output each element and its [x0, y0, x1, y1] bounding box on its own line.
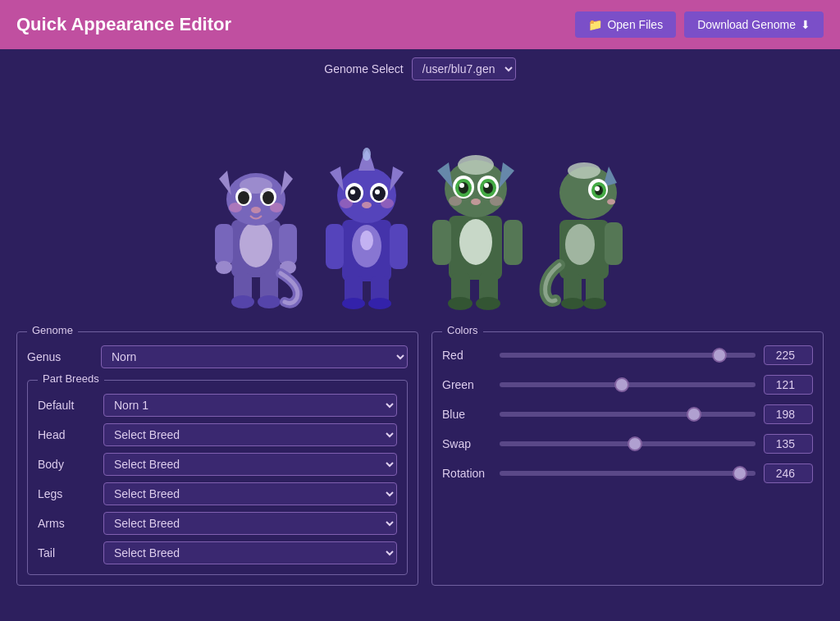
svg-point-16 [231, 295, 254, 308]
breed-row-arms: Arms Select Breed Norn 1 [38, 512, 397, 535]
svg-point-57 [471, 199, 481, 205]
download-icon: ⬇ [801, 18, 810, 31]
part-breeds-title: Part Breeds [38, 372, 104, 385]
svg-point-34 [363, 148, 371, 161]
svg-point-33 [362, 202, 372, 208]
breed-row-tail: Tail Select Breed Norn 1 [38, 541, 397, 564]
creature-view-1 [203, 121, 309, 310]
header: Quick Appearance Editor 📁 Open Files Dow… [0, 0, 840, 49]
svg-marker-26 [390, 167, 404, 191]
breed-label-legs: Legs [38, 487, 95, 500]
main-content: Genome Select /user/blu7.gen [0, 49, 840, 602]
svg-rect-11 [279, 224, 297, 265]
header-buttons: 📁 Open Files Download Genome ⬇ [575, 11, 824, 38]
svg-rect-59 [504, 220, 523, 265]
creature-view-4 [539, 113, 637, 310]
svg-point-56 [484, 183, 489, 188]
rotation-slider-container [500, 465, 756, 482]
svg-point-63 [476, 297, 500, 310]
color-row-green: Green [442, 375, 813, 395]
creature-sprite-3 [424, 109, 531, 310]
genus-select[interactable]: Norn Grendel Ettin Geats [101, 345, 408, 368]
color-label-rotation: Rotation [442, 467, 491, 480]
rotation-value[interactable] [764, 463, 813, 483]
red-slider[interactable] [500, 353, 756, 358]
red-slider-container [500, 347, 756, 363]
swap-slider[interactable] [500, 441, 756, 446]
creature-sprite-4 [539, 113, 637, 310]
colors-panel-title: Colors [442, 324, 483, 336]
open-files-button[interactable]: 📁 Open Files [575, 11, 676, 38]
breed-row-legs: Legs Select Breed Norn 1 [38, 482, 397, 505]
folder-icon: 📁 [588, 18, 602, 31]
creature-view-2 [317, 113, 416, 310]
genome-panel: Genome Genus Norn Grendel Ettin Geats Pa… [16, 331, 418, 586]
download-genome-button[interactable]: Download Genome ⬇ [684, 11, 824, 38]
svg-point-12 [216, 261, 232, 274]
svg-point-18 [240, 177, 272, 194]
rotation-slider[interactable] [500, 471, 756, 476]
creature-view-3 [424, 109, 531, 310]
breed-label-head: Head [38, 428, 95, 441]
green-value[interactable] [764, 375, 813, 395]
blue-value[interactable] [764, 404, 813, 424]
breed-row-default: Default Norn 1 Select Breed [38, 394, 397, 417]
svg-marker-25 [330, 167, 344, 191]
svg-point-9 [251, 207, 261, 213]
genome-select-row: Genome Select /user/blu7.gen [16, 57, 824, 80]
svg-point-23 [360, 231, 373, 250]
genome-panel-title: Genome [27, 324, 78, 336]
genome-select-dropdown[interactable]: /user/blu7.gen [412, 57, 516, 80]
svg-point-75 [607, 199, 615, 205]
svg-point-79 [561, 298, 584, 309]
color-row-swap: Swap [442, 434, 813, 454]
breed-row-head: Head Select Breed Norn 1 [38, 423, 397, 446]
bottom-panels: Genome Genus Norn Grendel Ettin Geats Pa… [16, 331, 824, 586]
svg-point-6 [238, 191, 249, 204]
breed-label-arms: Arms [38, 517, 95, 530]
svg-marker-3 [219, 171, 231, 195]
creature-sprite-2 [317, 113, 416, 310]
breed-select-legs[interactable]: Select Breed Norn 1 [103, 482, 397, 505]
svg-point-41 [342, 298, 365, 309]
color-row-red: Red [442, 345, 813, 365]
breed-select-arms[interactable]: Select Breed Norn 1 [103, 512, 397, 535]
svg-rect-58 [432, 220, 451, 265]
svg-point-8 [262, 191, 274, 204]
svg-point-19 [229, 203, 242, 212]
color-label-red: Red [442, 349, 491, 362]
svg-rect-36 [390, 224, 408, 269]
breed-label-body: Body [38, 458, 95, 471]
swap-slider-container [500, 436, 756, 452]
svg-point-20 [270, 203, 283, 212]
breed-select-tail[interactable]: Select Breed Norn 1 [103, 541, 397, 564]
svg-point-65 [490, 196, 503, 206]
svg-point-80 [583, 298, 606, 309]
svg-point-44 [459, 219, 492, 265]
color-label-blue: Blue [442, 408, 491, 421]
creature-sprite-1 [203, 121, 309, 310]
app-title: Quick Appearance Editor [16, 14, 231, 35]
svg-point-46 [458, 155, 494, 175]
genus-label: Genus [27, 350, 93, 363]
svg-point-17 [258, 295, 281, 308]
green-slider-container [500, 377, 756, 393]
breed-select-default[interactable]: Norn 1 Select Breed [103, 394, 397, 417]
breed-select-body[interactable]: Select Breed Norn 1 [103, 453, 397, 476]
green-slider[interactable] [500, 382, 756, 387]
swap-value[interactable] [764, 434, 813, 454]
red-value[interactable] [764, 345, 813, 365]
breed-select-head[interactable]: Select Breed Norn 1 [103, 423, 397, 446]
svg-point-37 [340, 199, 353, 208]
color-label-green: Green [442, 378, 491, 391]
breed-label-tail: Tail [38, 546, 95, 559]
svg-point-52 [459, 183, 464, 188]
svg-point-1 [240, 221, 272, 267]
part-breeds-panel: Part Breeds Default Norn 1 Select Breed … [27, 380, 408, 575]
breed-row-body: Body Select Breed Norn 1 [38, 453, 397, 476]
svg-point-38 [381, 199, 394, 208]
color-row-blue: Blue [442, 404, 813, 424]
genus-row: Genus Norn Grendel Ettin Geats [27, 345, 408, 368]
blue-slider[interactable] [500, 412, 756, 417]
svg-point-29 [350, 189, 355, 194]
